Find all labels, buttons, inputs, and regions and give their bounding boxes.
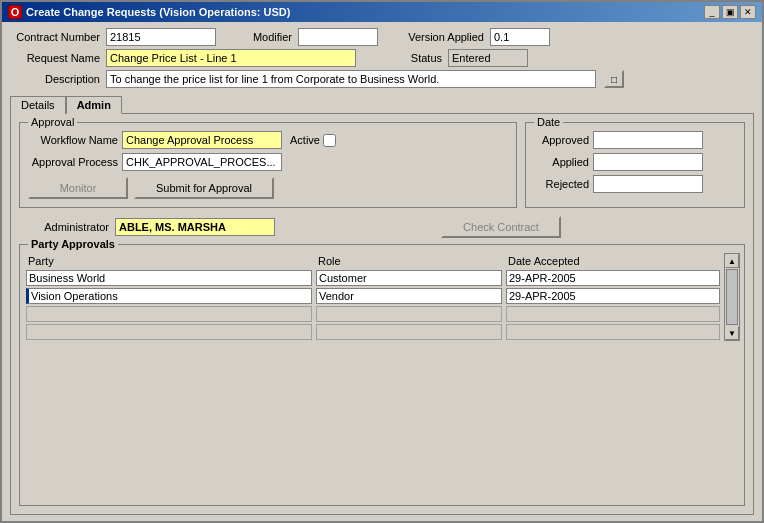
approval-panel-title: Approval bbox=[28, 116, 77, 128]
modifier-input[interactable] bbox=[298, 28, 378, 46]
administrator-label: Administrator bbox=[19, 221, 109, 233]
description-expand-button[interactable]: □ bbox=[604, 70, 624, 88]
status-label: Status bbox=[402, 52, 442, 64]
rejected-input[interactable] bbox=[593, 175, 703, 193]
version-applied-input[interactable] bbox=[490, 28, 550, 46]
active-label: Active bbox=[290, 134, 320, 146]
role-input-1[interactable] bbox=[316, 288, 502, 304]
date-input-0[interactable] bbox=[506, 270, 720, 286]
contract-row: Contract Number Modifier Version Applied bbox=[10, 28, 754, 46]
role-input-0[interactable] bbox=[316, 270, 502, 286]
col-role: Role bbox=[314, 253, 504, 269]
content-area: Contract Number Modifier Version Applied… bbox=[2, 22, 762, 521]
applied-label: Applied bbox=[534, 156, 589, 168]
approval-process-row: Approval Process bbox=[28, 153, 508, 171]
request-name-label: Request Name bbox=[10, 52, 100, 64]
scroll-down-button[interactable]: ▼ bbox=[725, 326, 739, 340]
scroll-up-button[interactable]: ▲ bbox=[725, 254, 739, 268]
party-table: Party Role Date Accepted bbox=[24, 253, 722, 341]
active-checkbox[interactable] bbox=[323, 134, 336, 147]
applied-input[interactable] bbox=[593, 153, 703, 171]
rejected-row: Rejected bbox=[534, 175, 736, 193]
request-name-row: Request Name Status Entered bbox=[10, 49, 754, 67]
window-title: Create Change Requests (Vision Operation… bbox=[26, 6, 290, 18]
contract-number-input[interactable] bbox=[106, 28, 216, 46]
tab-content-admin: Approval Workflow Name Active Approval P… bbox=[10, 113, 754, 515]
date-input-3[interactable] bbox=[506, 324, 720, 340]
table-row bbox=[24, 269, 722, 287]
tabs-area: Details Admin bbox=[10, 95, 754, 113]
table-row bbox=[24, 287, 722, 305]
panels-row: Approval Workflow Name Active Approval P… bbox=[19, 122, 745, 208]
party-input-2[interactable] bbox=[26, 306, 312, 322]
date-panel-title: Date bbox=[534, 116, 563, 128]
table-row bbox=[24, 305, 722, 323]
table-row bbox=[24, 323, 722, 341]
workflow-name-row: Workflow Name Active bbox=[28, 131, 508, 149]
monitor-button[interactable]: Monitor bbox=[28, 177, 128, 199]
approval-buttons-row: Monitor Submit for Approval bbox=[28, 177, 508, 199]
check-contract-button[interactable]: Check Contract bbox=[441, 216, 561, 238]
active-checkbox-area: Active bbox=[290, 134, 336, 147]
role-input-3[interactable] bbox=[316, 324, 502, 340]
party-input-1[interactable] bbox=[26, 288, 312, 304]
main-window: O Create Change Requests (Vision Operati… bbox=[0, 0, 764, 523]
approved-input[interactable] bbox=[593, 131, 703, 149]
minimize-button[interactable]: _ bbox=[704, 5, 720, 19]
approved-row: Approved bbox=[534, 131, 736, 149]
title-bar: O Create Change Requests (Vision Operati… bbox=[2, 2, 762, 22]
description-row: Description □ bbox=[10, 70, 754, 88]
party-input-0[interactable] bbox=[26, 270, 312, 286]
submit-for-approval-button[interactable]: Submit for Approval bbox=[134, 177, 274, 199]
administrator-input[interactable] bbox=[115, 218, 275, 236]
app-icon: O bbox=[8, 5, 22, 19]
workflow-name-label: Workflow Name bbox=[28, 134, 118, 146]
party-approvals-title: Party Approvals bbox=[28, 238, 118, 250]
close-button[interactable]: ✕ bbox=[740, 5, 756, 19]
applied-row: Applied bbox=[534, 153, 736, 171]
approved-label: Approved bbox=[534, 134, 589, 146]
date-input-2[interactable] bbox=[506, 306, 720, 322]
approval-process-input[interactable] bbox=[122, 153, 282, 171]
approval-process-label: Approval Process bbox=[28, 156, 118, 168]
date-input-1[interactable] bbox=[506, 288, 720, 304]
party-table-container: Party Role Date Accepted bbox=[24, 253, 740, 341]
date-panel: Date Approved Applied Rejected bbox=[525, 122, 745, 208]
restore-button[interactable]: ▣ bbox=[722, 5, 738, 19]
administrator-row: Administrator Check Contract bbox=[19, 216, 745, 238]
party-approvals-section: Party Approvals Party Role Date Accepted bbox=[19, 244, 745, 506]
col-date-accepted: Date Accepted bbox=[504, 253, 722, 269]
description-label: Description bbox=[10, 73, 100, 85]
rejected-label: Rejected bbox=[534, 178, 589, 190]
status-value: Entered bbox=[448, 49, 528, 67]
modifier-label: Modifier bbox=[242, 31, 292, 43]
col-party: Party bbox=[24, 253, 314, 269]
role-input-2[interactable] bbox=[316, 306, 502, 322]
title-bar-buttons: _ ▣ ✕ bbox=[704, 5, 756, 19]
tab-details[interactable]: Details bbox=[10, 96, 66, 114]
approval-panel: Approval Workflow Name Active Approval P… bbox=[19, 122, 517, 208]
description-input[interactable] bbox=[106, 70, 596, 88]
scroll-thumb bbox=[726, 269, 738, 325]
party-input-3[interactable] bbox=[26, 324, 312, 340]
request-name-input[interactable] bbox=[106, 49, 356, 67]
workflow-name-input[interactable] bbox=[122, 131, 282, 149]
title-bar-left: O Create Change Requests (Vision Operati… bbox=[8, 5, 290, 19]
tab-admin[interactable]: Admin bbox=[66, 96, 122, 114]
vertical-scrollbar[interactable]: ▲ ▼ bbox=[724, 253, 740, 341]
contract-number-label: Contract Number bbox=[10, 31, 100, 43]
version-applied-label: Version Applied bbox=[404, 31, 484, 43]
